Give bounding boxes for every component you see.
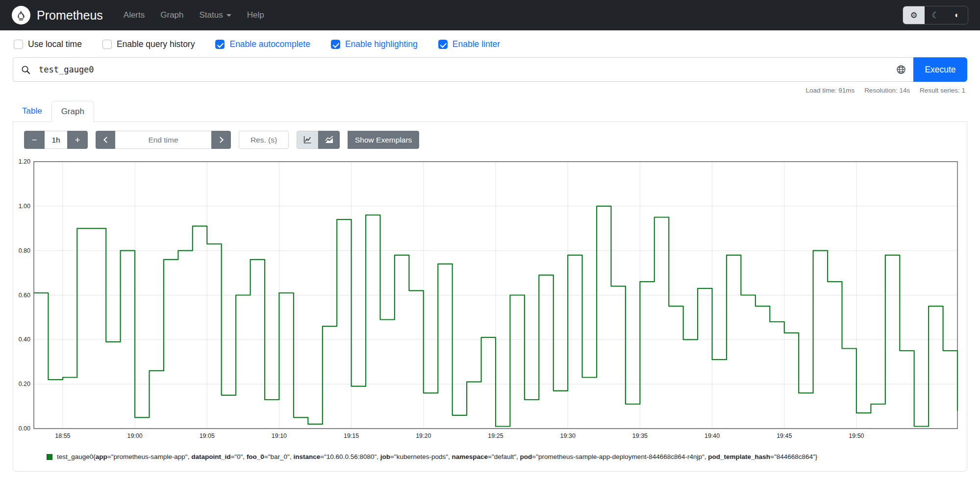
svg-text:0.20: 0.20 (19, 381, 30, 387)
nav-item-help[interactable]: Help (247, 10, 264, 20)
nav-item-status-label: Status (200, 10, 223, 20)
resolution-input[interactable] (239, 131, 289, 149)
option-label: Use local time (28, 39, 82, 49)
svg-text:19:20: 19:20 (416, 432, 431, 439)
resolution: Resolution: 14s (864, 87, 910, 94)
nav-links: Alerts Graph Status Help (124, 10, 264, 20)
svg-text:0.60: 0.60 (19, 292, 30, 299)
end-time-input[interactable] (115, 131, 211, 149)
chart-area: 0.000.200.400.600.801.001.2018:5519:0019… (16, 158, 964, 442)
checkbox-checked[interactable] (438, 40, 448, 49)
theme-toggle-group: ⚙ ☾ ◐ (903, 6, 968, 24)
tab-table[interactable]: Table (13, 101, 51, 121)
svg-text:19:35: 19:35 (632, 432, 648, 439)
svg-text:19:00: 19:00 (127, 432, 142, 439)
options-bar: Use local time Enable query history Enab… (0, 30, 980, 55)
graph-controls: − 1h + Show Exemplars (24, 131, 964, 149)
prometheus-logo-icon (12, 6, 30, 24)
chart-type-group (297, 131, 340, 149)
svg-text:0.00: 0.00 (19, 425, 30, 432)
checkbox-unchecked[interactable] (14, 40, 23, 49)
svg-text:19:10: 19:10 (272, 432, 287, 439)
checkbox-checked[interactable] (215, 40, 225, 49)
line-chart-icon (303, 136, 312, 144)
svg-text:19:30: 19:30 (560, 432, 576, 439)
range-value[interactable]: 1h (45, 131, 67, 149)
gear-icon[interactable]: ⚙ (903, 6, 925, 24)
nav-item-status[interactable]: Status (200, 10, 231, 20)
stats-bar: Load time: 91ms Resolution: 14s Result s… (15, 87, 965, 94)
nav-item-alerts[interactable]: Alerts (124, 10, 145, 20)
legend-swatch (47, 454, 52, 460)
chevron-left-icon (103, 137, 110, 143)
option-label: Enable linter (452, 39, 500, 49)
graph-svg[interactable]: 0.000.200.400.600.801.001.2018:5519:0019… (16, 158, 964, 442)
option-label: Enable query history (117, 39, 195, 49)
query-expression-input[interactable] (38, 58, 889, 81)
search-icon (13, 65, 38, 74)
svg-text:19:05: 19:05 (200, 432, 215, 439)
show-exemplars-button[interactable]: Show Exemplars (348, 131, 419, 149)
brand[interactable]: Prometheus (12, 6, 103, 24)
option-use-local-time[interactable]: Use local time (14, 39, 82, 49)
time-forward-button[interactable] (211, 131, 231, 149)
line-chart-toggle-button[interactable] (297, 131, 318, 149)
svg-text:1.00: 1.00 (19, 203, 30, 210)
navbar: Prometheus Alerts Graph Status Help ⚙ ☾ … (0, 0, 980, 30)
option-query-history[interactable]: Enable query history (102, 39, 195, 49)
option-label: Enable highlighting (345, 39, 418, 49)
metrics-explorer-globe-icon[interactable] (889, 65, 913, 74)
legend-label: test_gauge0{app="prometheus-sample-app",… (57, 453, 817, 460)
tab-graph[interactable]: Graph (51, 101, 94, 122)
option-label: Enable autocomplete (229, 39, 310, 49)
end-time-group (96, 131, 231, 149)
checkbox-checked[interactable] (331, 40, 340, 49)
app-title: Prometheus (37, 8, 103, 23)
option-highlighting[interactable]: Enable highlighting (331, 39, 418, 49)
svg-text:19:15: 19:15 (344, 432, 359, 439)
option-linter[interactable]: Enable linter (438, 39, 500, 49)
checkbox-unchecked[interactable] (102, 40, 112, 49)
nav-item-graph[interactable]: Graph (160, 10, 183, 20)
range-increase-button[interactable]: + (67, 131, 88, 149)
stacked-chart-toggle-button[interactable] (318, 131, 340, 149)
svg-text:0.80: 0.80 (19, 247, 30, 254)
stacked-chart-icon (325, 136, 333, 144)
execute-button[interactable]: Execute (913, 57, 967, 82)
range-group: − 1h + (24, 131, 88, 149)
graph-panel: − 1h + Show Exemplars 0.000.200.400.600.… (13, 122, 967, 472)
svg-text:0.40: 0.40 (19, 336, 30, 343)
range-decrease-button[interactable]: − (24, 131, 45, 149)
svg-text:19:40: 19:40 (704, 432, 720, 439)
query-bar: Execute (13, 57, 967, 82)
result-series: Result series: 1 (920, 87, 965, 94)
svg-text:18:55: 18:55 (55, 432, 70, 439)
svg-text:19:45: 19:45 (777, 432, 792, 439)
option-autocomplete[interactable]: Enable autocomplete (215, 39, 310, 49)
contrast-icon[interactable]: ◐ (946, 6, 968, 24)
svg-text:19:25: 19:25 (488, 432, 503, 439)
svg-text:1.20: 1.20 (19, 158, 30, 165)
svg-text:19:50: 19:50 (849, 432, 864, 439)
query-input-group (13, 57, 913, 82)
legend-item[interactable]: test_gauge0{app="prometheus-sample-app",… (47, 453, 958, 460)
chevron-right-icon (217, 137, 224, 143)
chevron-down-icon (226, 14, 231, 17)
time-back-button[interactable] (96, 131, 115, 149)
flame-icon (15, 9, 27, 21)
moon-icon[interactable]: ☾ (925, 6, 946, 24)
load-time: Load time: 91ms (806, 87, 855, 94)
tabs: Table Graph (13, 101, 967, 122)
